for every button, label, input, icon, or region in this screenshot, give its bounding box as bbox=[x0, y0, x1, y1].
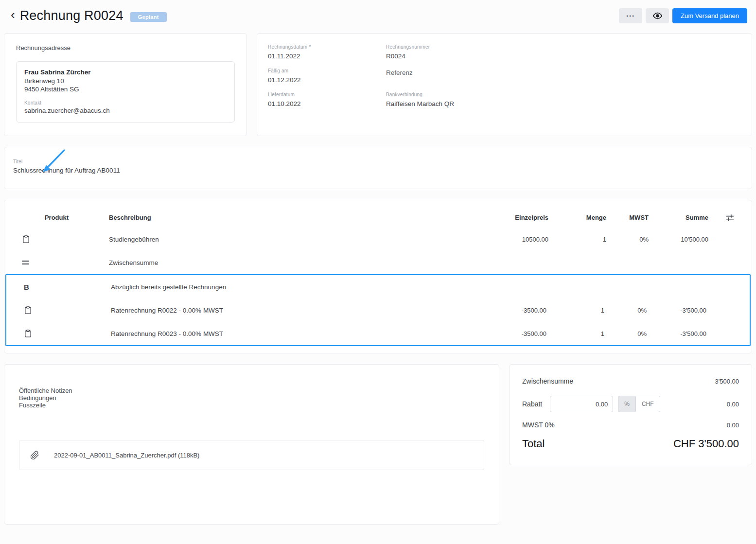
field-reference[interactable]: Referenz bbox=[386, 68, 741, 84]
item-unit-price: 10500.00 bbox=[485, 236, 548, 243]
column-header-quantity: Menge bbox=[548, 214, 606, 221]
item-description: Abzüglich bereits gestellte Rechnungen bbox=[111, 283, 483, 291]
field-due-date[interactable]: Fällig am 01.12.2022 bbox=[268, 68, 386, 84]
ellipsis-icon: ··· bbox=[626, 12, 635, 20]
total-value: CHF 3'500.00 bbox=[673, 438, 739, 450]
column-settings-icon bbox=[726, 213, 734, 222]
recipient-city: 9450 Altstätten SG bbox=[24, 86, 227, 93]
invoice-details-card: Rechnungsdatum * 01.11.2022 Rechnungsnum… bbox=[257, 33, 752, 136]
back-button[interactable]: ‹ bbox=[11, 8, 20, 23]
contact-email: sabrina.zuercher@abacus.ch bbox=[24, 107, 227, 114]
more-actions-button[interactable]: ··· bbox=[619, 8, 642, 23]
bottom-cards-row: Öffentliche Notizen Bedingungen Fusszeil… bbox=[4, 364, 752, 525]
field-invoice-number[interactable]: Rechnungsnummer R0024 bbox=[386, 44, 741, 60]
attachment-item[interactable]: 2022-09-01_AB0011_Sabrina_Zuercher.pdf (… bbox=[19, 440, 484, 470]
item-total: -3'500.00 bbox=[647, 330, 706, 337]
recipient-name: Frau Sabrina Zürcher bbox=[24, 69, 227, 76]
discount-input[interactable] bbox=[550, 396, 613, 412]
title-field-value[interactable]: Schlussrechnung für Auftrag AB0011 bbox=[13, 167, 743, 174]
discount-label: Rabatt bbox=[522, 400, 542, 408]
header: ‹ Rechnung R0024 Geplant ··· Zum Versand… bbox=[4, 0, 752, 31]
back-chevron-icon: ‹ bbox=[11, 7, 15, 22]
subtotal-summary-value: 3'500.00 bbox=[715, 378, 739, 385]
page-title: Rechnung R0024 bbox=[20, 8, 123, 23]
column-header-unit-price: Einzelpreis bbox=[485, 214, 548, 221]
product-clipboard-icon bbox=[22, 235, 30, 244]
column-header-total: Summe bbox=[649, 214, 708, 221]
discount-unit-chf-button[interactable]: CHF bbox=[636, 396, 660, 412]
footer-label[interactable]: Fusszeile bbox=[19, 402, 484, 409]
total-label: Total bbox=[522, 438, 545, 450]
bold-text-icon: B bbox=[24, 283, 29, 291]
item-unit-price: -3500.00 bbox=[483, 307, 546, 314]
invoice-details-grid: Rechnungsdatum * 01.11.2022 Rechnungsnum… bbox=[268, 44, 741, 108]
line-item-row[interactable]: Ratenrechnung R0023 - 0.00% MWST -3500.0… bbox=[6, 322, 750, 345]
field-delivery-date[interactable]: Lieferdatum 01.10.2022 bbox=[268, 92, 386, 108]
billing-address-label: Rechnungsadresse bbox=[16, 44, 235, 52]
field-bank-account-value: Raiffeisen Marbach QR bbox=[386, 100, 454, 107]
field-invoice-date-label: Rechnungsdatum * bbox=[268, 44, 386, 50]
vat-row: MWST 0% 0.00 bbox=[522, 421, 739, 429]
subtotal-icon bbox=[22, 259, 29, 266]
item-total: 10'500.00 bbox=[649, 236, 708, 243]
column-settings-button[interactable] bbox=[725, 212, 735, 223]
table-header-row: Produkt Beschreibung Einzelpreis Menge M… bbox=[4, 207, 752, 228]
field-invoice-number-label: Rechnungsnummer bbox=[386, 44, 741, 50]
field-bank-account-label: Bankverbindung bbox=[386, 92, 741, 97]
column-header-description: Beschreibung bbox=[109, 214, 485, 221]
line-item-row[interactable]: Studiengebühren 10500.00 1 0% 10'500.00 bbox=[4, 228, 752, 251]
item-description: Ratenrechnung R0023 - 0.00% MWST bbox=[111, 330, 483, 337]
discount-unit-toggle: % CHF bbox=[618, 396, 660, 412]
vat-value: 0.00 bbox=[727, 421, 739, 429]
field-invoice-date[interactable]: Rechnungsdatum * 01.11.2022 bbox=[268, 44, 386, 60]
product-clipboard-icon bbox=[24, 306, 32, 315]
field-delivery-date-label: Lieferdatum bbox=[268, 92, 386, 97]
discount-value: 0.00 bbox=[727, 401, 739, 408]
status-badge: Geplant bbox=[130, 12, 167, 22]
item-quantity: 1 bbox=[548, 236, 606, 243]
item-vat: 0% bbox=[604, 330, 647, 337]
column-header-product: Produkt bbox=[4, 214, 109, 221]
top-cards-row: Rechnungsadresse Frau Sabrina Zürcher Bi… bbox=[4, 33, 752, 136]
discount-row: Rabatt % CHF 0.00 bbox=[522, 396, 739, 412]
billing-address-card: Rechnungsadresse Frau Sabrina Zürcher Bi… bbox=[4, 33, 247, 136]
vat-label: MWST 0% bbox=[522, 421, 555, 429]
field-due-date-value: 01.12.2022 bbox=[268, 76, 301, 84]
highlighted-rows-group: B Abzüglich bereits gestellte Rechnungen… bbox=[5, 274, 751, 346]
item-quantity: 1 bbox=[546, 330, 604, 337]
item-vat: 0% bbox=[604, 307, 647, 314]
eye-icon bbox=[653, 11, 662, 20]
terms-label[interactable]: Bedingungen bbox=[19, 394, 484, 402]
column-header-vat: MWST bbox=[606, 214, 649, 221]
notes-card: Öffentliche Notizen Bedingungen Fusszeil… bbox=[4, 364, 499, 525]
total-row: Total CHF 3'500.00 bbox=[522, 438, 739, 450]
field-due-date-label: Fällig am bbox=[268, 68, 386, 73]
discount-unit-percent-button[interactable]: % bbox=[618, 396, 636, 412]
line-items-table: Produkt Beschreibung Einzelpreis Menge M… bbox=[4, 200, 752, 353]
contact-label: Kontakt bbox=[24, 100, 227, 105]
text-block-row[interactable]: B Abzüglich bereits gestellte Rechnungen bbox=[6, 275, 750, 298]
item-total: -3'500.00 bbox=[647, 307, 706, 314]
field-invoice-number-value: R0024 bbox=[386, 53, 405, 60]
recipient-street: Birkenweg 10 bbox=[24, 77, 227, 85]
item-quantity: 1 bbox=[546, 307, 604, 314]
field-bank-account[interactable]: Bankverbindung Raiffeisen Marbach QR bbox=[386, 92, 741, 108]
subtotal-summary-row: Zwischensumme 3'500.00 bbox=[522, 377, 739, 385]
preview-button[interactable] bbox=[646, 8, 669, 23]
item-description: Studiengebühren bbox=[109, 236, 485, 243]
subtotal-row[interactable]: Zwischensumme bbox=[4, 251, 752, 274]
item-unit-price: -3500.00 bbox=[483, 330, 546, 337]
line-item-row[interactable]: Ratenrechnung R0022 - 0.00% MWST -3500.0… bbox=[6, 298, 750, 322]
title-field-label: Titel bbox=[13, 159, 743, 164]
product-clipboard-icon bbox=[24, 329, 32, 338]
paperclip-icon bbox=[30, 451, 39, 460]
subtotal-summary-label: Zwischensumme bbox=[522, 377, 573, 385]
field-invoice-date-value: 01.11.2022 bbox=[268, 53, 300, 60]
public-notes-label[interactable]: Öffentliche Notizen bbox=[19, 387, 484, 394]
totals-card: Zwischensumme 3'500.00 Rabatt % CHF 0.00… bbox=[509, 364, 752, 465]
field-delivery-date-value: 01.10.2022 bbox=[268, 100, 301, 107]
schedule-send-button[interactable]: Zum Versand planen bbox=[672, 8, 747, 23]
item-description: Zwischensumme bbox=[109, 259, 485, 266]
item-vat: 0% bbox=[606, 236, 649, 243]
billing-address-box[interactable]: Frau Sabrina Zürcher Birkenweg 10 9450 A… bbox=[16, 61, 235, 123]
